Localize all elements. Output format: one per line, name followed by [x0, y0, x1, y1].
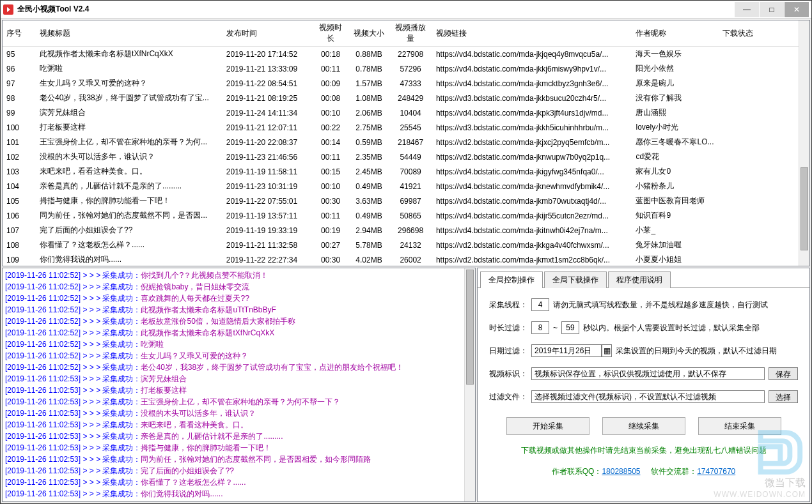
column-header[interactable]: 下载状态	[719, 20, 799, 47]
calendar-icon[interactable]: ▦	[602, 344, 612, 357]
table-scrollbar[interactable]	[799, 20, 809, 266]
table-row[interactable]: 95此视频作者太懒未命名标题tXfNrCqXkX2019-11-20 17:14…	[3, 47, 799, 62]
table-row[interactable]: 106同为前任，张翰对她们的态度截然不同，是否因...2019-11-19 13…	[3, 208, 799, 223]
log-line: [2019-11-26 11:02:53] > > > 采集成功：你们觉得我说的…	[5, 488, 462, 500]
continue-button[interactable]: 继续采集	[602, 417, 685, 435]
log-line: [2019-11-26 11:02:53] > > > 采集成功：滨芳兄妹组合	[5, 373, 462, 385]
control-panel: 全局控制操作全局下载操作程序使用说明 采集线程： 请勿无脑式填写线程数量，并不是…	[477, 268, 810, 502]
column-header[interactable]: 视频播放量	[389, 20, 432, 47]
log-line: [2019-11-26 11:02:53] > > > 采集成功：拇指与健康，你…	[5, 442, 462, 454]
log-scrollbar[interactable]	[464, 268, 475, 501]
column-header[interactable]: 序号	[3, 20, 36, 47]
column-header[interactable]: 视频大小	[349, 20, 389, 47]
log-line: [2019-11-26 11:02:53] > > > 采集成功：亲爸是真的，儿…	[5, 431, 462, 442]
dur-min-input[interactable]	[531, 321, 549, 334]
date-label: 日期过滤：	[489, 346, 527, 356]
thread-label: 采集线程：	[489, 300, 527, 310]
column-header[interactable]: 作者昵称	[632, 20, 718, 47]
table-row[interactable]: 102没根的木头可以活多年，谁认识？2019-11-23 21:46:5600:…	[3, 149, 799, 164]
log-panel: [2019-11-26 11:02:52] > > > 采集成功：你找到几个?？…	[3, 268, 464, 501]
log-line: [2019-11-26 11:02:52] > > > 采集成功：倪妮抢镜bab…	[5, 281, 462, 293]
tab[interactable]: 全局下载操作	[544, 271, 607, 288]
tab[interactable]: 程序使用说明	[608, 271, 671, 288]
minimize-button[interactable]: —	[735, 2, 759, 17]
start-button[interactable]: 开始采集	[506, 417, 589, 435]
table-row[interactable]: 99滨芳兄妹组合2019-11-24 14:11:3400:102.06MB10…	[3, 105, 799, 120]
dur-hint: 秒以内。根据个人需要设置时长过滤，默认采集全部	[583, 323, 760, 333]
log-line: [2019-11-26 11:02:52] > > > 采集成功：此视频作者太懒…	[5, 327, 462, 339]
table-row[interactable]: 108你看懂了？这老板怎么样？......2019-11-21 11:32:58…	[3, 238, 799, 252]
titlebar: 全民小视频Tool V2.4 — □ ✕	[1, 1, 811, 19]
maximize-button[interactable]: □	[760, 2, 784, 17]
log-line: [2019-11-26 11:02:52] > > > 采集成功：此视频作者太懒…	[5, 304, 462, 316]
close-button[interactable]: ✕	[785, 2, 809, 17]
warning-text: 下载视频或做其他操作时请先结束当前采集，避免出现乱七八糟错误问题	[489, 445, 798, 456]
table-row[interactable]: 96吃粥啦2019-11-21 13:33:0900:110.78MB57296…	[3, 61, 799, 76]
log-line: [2019-11-26 11:02:53] > > > 采集成功：你看懂了？这老…	[5, 477, 462, 488]
thread-input[interactable]	[531, 298, 549, 311]
log-line: [2019-11-26 11:02:52] > > > 采集成功：你找到几个?？…	[5, 270, 462, 281]
log-line: [2019-11-26 11:02:52] > > > 采集成功：吃粥啦	[5, 339, 462, 350]
log-line: [2019-11-26 11:02:53] > > > 采集成功：王宝强身价上亿…	[5, 396, 462, 408]
column-header[interactable]: 视频链接	[432, 20, 632, 47]
date-hint: 采集设置的日期到今天的视频，默认不过滤日期	[616, 346, 777, 356]
log-line: [2019-11-26 11:02:53] > > > 采集成功：没根的木头可以…	[5, 408, 462, 419]
date-input[interactable]	[531, 344, 602, 357]
filter-label: 过滤文件：	[489, 392, 527, 402]
thread-hint: 请勿无脑式填写线程数量，并不是线程越多速度越快，自行测试	[553, 300, 768, 310]
log-line: [2019-11-26 11:02:54] > > > 采集暂停中，若操作其他功…	[5, 500, 462, 501]
column-header[interactable]: 发布时间	[223, 20, 313, 47]
window-title: 全民小视频Tool V2.4	[17, 4, 89, 15]
dur-max-input[interactable]	[561, 321, 579, 334]
mark-label: 视频标识：	[489, 369, 527, 379]
duration-label: 时长过滤：	[489, 323, 527, 333]
table-row[interactable]: 103来吧来吧，看看这种美食。口。2019-11-19 11:58:1100:1…	[3, 164, 799, 179]
tab[interactable]: 全局控制操作	[480, 271, 543, 288]
table-row[interactable]: 101王宝强身价上亿，却不管在家种地的亲哥？为何...2019-11-20 22…	[3, 135, 799, 149]
log-line: [2019-11-26 11:02:53] > > > 采集成功：完了后面的小姐…	[5, 465, 462, 477]
mark-input[interactable]	[531, 367, 765, 380]
log-line: [2019-11-26 11:02:52] > > > 采集成功：老公40岁，我…	[5, 362, 462, 373]
filter-input[interactable]	[531, 390, 765, 403]
qq-link[interactable]: 180288505	[602, 467, 640, 476]
app-icon	[3, 4, 13, 15]
mark-save-button[interactable]: 保存	[769, 367, 798, 380]
log-line: [2019-11-26 11:02:52] > > > 采集成功：喜欢跳舞的人每…	[5, 293, 462, 304]
video-table: 序号视频标题发布时间视频时长视频大小视频播放量视频链接作者昵称下载状态 95此视…	[2, 20, 810, 266]
table-row[interactable]: 100打老板要这样2019-11-21 12:07:1100:222.75MB2…	[3, 120, 799, 135]
table-row[interactable]: 109你们觉得我说的对吗......2019-11-22 22:27:3400:…	[3, 252, 799, 266]
end-button[interactable]: 结束采集	[698, 417, 781, 435]
log-line: [2019-11-26 11:02:53] > > > 采集成功：同为前任，张翰…	[5, 454, 462, 465]
filter-select-button[interactable]: 选择	[769, 390, 798, 403]
table-row[interactable]: 97生女儿吗？又乖又可爱的这种？2019-11-22 08:54:5100:09…	[3, 76, 799, 91]
log-line: [2019-11-26 11:02:52] > > > 采集成功：生女儿吗？又乖…	[5, 350, 462, 362]
column-header[interactable]: 视频时长	[312, 20, 348, 47]
log-line: [2019-11-26 11:02:53] > > > 采集成功：来吧来吧，看看…	[5, 419, 462, 431]
group-link[interactable]: 174707670	[697, 467, 735, 476]
column-header[interactable]: 视频标题	[36, 20, 223, 47]
table-row[interactable]: 104亲爸是真的，儿砸估计就不是亲的了.........2019-11-23 1…	[3, 179, 799, 194]
table-row[interactable]: 107完了后面的小姐姐误会了??2019-11-19 19:33:1900:19…	[3, 223, 799, 238]
log-line: [2019-11-26 11:02:53] > > > 采集成功：打老板要这样	[5, 385, 462, 396]
log-line: [2019-11-26 11:02:52] > > > 采集成功：老板故意涨价5…	[5, 316, 462, 327]
table-row[interactable]: 98老公40岁，我38岁，终于圆梦了试管成功有了宝...2019-11-21 0…	[3, 91, 799, 105]
table-row[interactable]: 105拇指与健康，你的脾肺功能看一下吧！2019-11-22 07:55:010…	[3, 194, 799, 208]
